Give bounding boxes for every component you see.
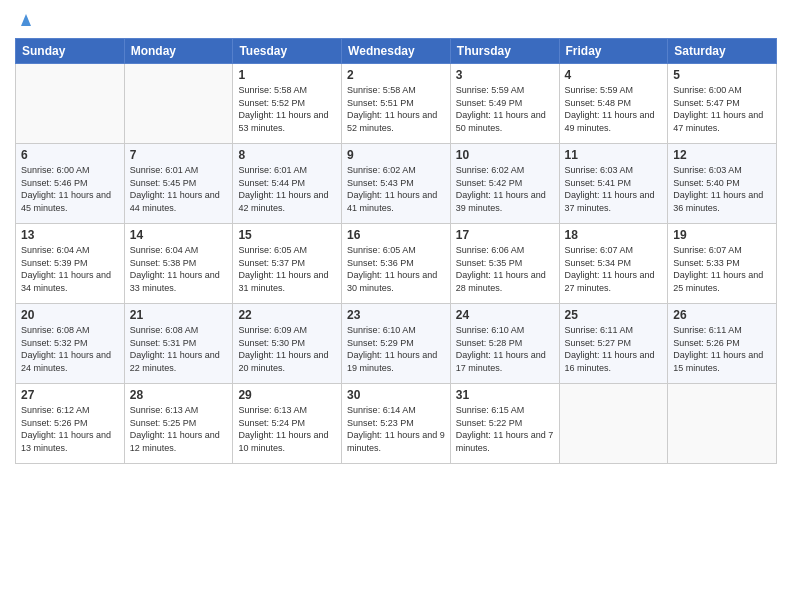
svg-marker-0 bbox=[21, 14, 31, 26]
calendar-cell: 12Sunrise: 6:03 AM Sunset: 5:40 PM Dayli… bbox=[668, 144, 777, 224]
day-info: Sunrise: 6:13 AM Sunset: 5:25 PM Dayligh… bbox=[130, 404, 228, 454]
day-number: 4 bbox=[565, 68, 663, 82]
day-info: Sunrise: 5:58 AM Sunset: 5:52 PM Dayligh… bbox=[238, 84, 336, 134]
day-info: Sunrise: 6:01 AM Sunset: 5:44 PM Dayligh… bbox=[238, 164, 336, 214]
logo-icon bbox=[17, 10, 35, 28]
calendar-cell: 21Sunrise: 6:08 AM Sunset: 5:31 PM Dayli… bbox=[124, 304, 233, 384]
day-number: 15 bbox=[238, 228, 336, 242]
day-info: Sunrise: 5:59 AM Sunset: 5:49 PM Dayligh… bbox=[456, 84, 554, 134]
day-number: 16 bbox=[347, 228, 445, 242]
day-number: 10 bbox=[456, 148, 554, 162]
day-info: Sunrise: 6:07 AM Sunset: 5:33 PM Dayligh… bbox=[673, 244, 771, 294]
day-number: 21 bbox=[130, 308, 228, 322]
calendar-cell: 14Sunrise: 6:04 AM Sunset: 5:38 PM Dayli… bbox=[124, 224, 233, 304]
calendar-cell: 31Sunrise: 6:15 AM Sunset: 5:22 PM Dayli… bbox=[450, 384, 559, 464]
day-number: 14 bbox=[130, 228, 228, 242]
day-info: Sunrise: 6:02 AM Sunset: 5:43 PM Dayligh… bbox=[347, 164, 445, 214]
calendar-cell: 30Sunrise: 6:14 AM Sunset: 5:23 PM Dayli… bbox=[342, 384, 451, 464]
day-info: Sunrise: 6:00 AM Sunset: 5:46 PM Dayligh… bbox=[21, 164, 119, 214]
day-info: Sunrise: 6:04 AM Sunset: 5:38 PM Dayligh… bbox=[130, 244, 228, 294]
calendar-cell: 19Sunrise: 6:07 AM Sunset: 5:33 PM Dayli… bbox=[668, 224, 777, 304]
calendar-header-row: SundayMondayTuesdayWednesdayThursdayFrid… bbox=[16, 39, 777, 64]
calendar-week-3: 13Sunrise: 6:04 AM Sunset: 5:39 PM Dayli… bbox=[16, 224, 777, 304]
calendar-cell: 2Sunrise: 5:58 AM Sunset: 5:51 PM Daylig… bbox=[342, 64, 451, 144]
day-info: Sunrise: 6:04 AM Sunset: 5:39 PM Dayligh… bbox=[21, 244, 119, 294]
calendar-cell: 9Sunrise: 6:02 AM Sunset: 5:43 PM Daylig… bbox=[342, 144, 451, 224]
day-info: Sunrise: 6:03 AM Sunset: 5:41 PM Dayligh… bbox=[565, 164, 663, 214]
day-number: 23 bbox=[347, 308, 445, 322]
day-info: Sunrise: 6:03 AM Sunset: 5:40 PM Dayligh… bbox=[673, 164, 771, 214]
day-info: Sunrise: 6:06 AM Sunset: 5:35 PM Dayligh… bbox=[456, 244, 554, 294]
calendar-cell: 8Sunrise: 6:01 AM Sunset: 5:44 PM Daylig… bbox=[233, 144, 342, 224]
calendar-header-thursday: Thursday bbox=[450, 39, 559, 64]
day-number: 28 bbox=[130, 388, 228, 402]
calendar-cell: 13Sunrise: 6:04 AM Sunset: 5:39 PM Dayli… bbox=[16, 224, 125, 304]
calendar-cell: 20Sunrise: 6:08 AM Sunset: 5:32 PM Dayli… bbox=[16, 304, 125, 384]
calendar-week-1: 1Sunrise: 5:58 AM Sunset: 5:52 PM Daylig… bbox=[16, 64, 777, 144]
calendar-cell: 11Sunrise: 6:03 AM Sunset: 5:41 PM Dayli… bbox=[559, 144, 668, 224]
day-info: Sunrise: 6:10 AM Sunset: 5:28 PM Dayligh… bbox=[456, 324, 554, 374]
day-info: Sunrise: 5:58 AM Sunset: 5:51 PM Dayligh… bbox=[347, 84, 445, 134]
day-number: 13 bbox=[21, 228, 119, 242]
day-number: 19 bbox=[673, 228, 771, 242]
page-container: SundayMondayTuesdayWednesdayThursdayFrid… bbox=[0, 0, 792, 469]
day-info: Sunrise: 6:00 AM Sunset: 5:47 PM Dayligh… bbox=[673, 84, 771, 134]
day-info: Sunrise: 6:02 AM Sunset: 5:42 PM Dayligh… bbox=[456, 164, 554, 214]
header bbox=[15, 10, 777, 32]
day-number: 18 bbox=[565, 228, 663, 242]
day-info: Sunrise: 6:14 AM Sunset: 5:23 PM Dayligh… bbox=[347, 404, 445, 454]
day-number: 7 bbox=[130, 148, 228, 162]
day-number: 27 bbox=[21, 388, 119, 402]
calendar-cell: 24Sunrise: 6:10 AM Sunset: 5:28 PM Dayli… bbox=[450, 304, 559, 384]
calendar-cell: 10Sunrise: 6:02 AM Sunset: 5:42 PM Dayli… bbox=[450, 144, 559, 224]
day-number: 25 bbox=[565, 308, 663, 322]
day-number: 1 bbox=[238, 68, 336, 82]
calendar-cell: 27Sunrise: 6:12 AM Sunset: 5:26 PM Dayli… bbox=[16, 384, 125, 464]
calendar-cell: 1Sunrise: 5:58 AM Sunset: 5:52 PM Daylig… bbox=[233, 64, 342, 144]
calendar-cell bbox=[16, 64, 125, 144]
day-info: Sunrise: 6:05 AM Sunset: 5:36 PM Dayligh… bbox=[347, 244, 445, 294]
day-info: Sunrise: 6:15 AM Sunset: 5:22 PM Dayligh… bbox=[456, 404, 554, 454]
day-number: 22 bbox=[238, 308, 336, 322]
calendar-cell: 29Sunrise: 6:13 AM Sunset: 5:24 PM Dayli… bbox=[233, 384, 342, 464]
day-number: 3 bbox=[456, 68, 554, 82]
calendar-cell: 18Sunrise: 6:07 AM Sunset: 5:34 PM Dayli… bbox=[559, 224, 668, 304]
calendar-cell: 15Sunrise: 6:05 AM Sunset: 5:37 PM Dayli… bbox=[233, 224, 342, 304]
calendar-cell bbox=[124, 64, 233, 144]
calendar-header-saturday: Saturday bbox=[668, 39, 777, 64]
day-number: 17 bbox=[456, 228, 554, 242]
day-number: 9 bbox=[347, 148, 445, 162]
calendar-cell: 28Sunrise: 6:13 AM Sunset: 5:25 PM Dayli… bbox=[124, 384, 233, 464]
day-info: Sunrise: 6:09 AM Sunset: 5:30 PM Dayligh… bbox=[238, 324, 336, 374]
day-info: Sunrise: 6:11 AM Sunset: 5:26 PM Dayligh… bbox=[673, 324, 771, 374]
day-number: 6 bbox=[21, 148, 119, 162]
day-number: 26 bbox=[673, 308, 771, 322]
calendar-cell: 23Sunrise: 6:10 AM Sunset: 5:29 PM Dayli… bbox=[342, 304, 451, 384]
day-info: Sunrise: 6:01 AM Sunset: 5:45 PM Dayligh… bbox=[130, 164, 228, 214]
day-number: 31 bbox=[456, 388, 554, 402]
day-info: Sunrise: 6:12 AM Sunset: 5:26 PM Dayligh… bbox=[21, 404, 119, 454]
day-info: Sunrise: 6:11 AM Sunset: 5:27 PM Dayligh… bbox=[565, 324, 663, 374]
day-number: 24 bbox=[456, 308, 554, 322]
calendar-cell: 16Sunrise: 6:05 AM Sunset: 5:36 PM Dayli… bbox=[342, 224, 451, 304]
calendar-cell: 26Sunrise: 6:11 AM Sunset: 5:26 PM Dayli… bbox=[668, 304, 777, 384]
day-number: 5 bbox=[673, 68, 771, 82]
day-number: 2 bbox=[347, 68, 445, 82]
logo bbox=[15, 10, 35, 32]
day-number: 11 bbox=[565, 148, 663, 162]
calendar-cell: 4Sunrise: 5:59 AM Sunset: 5:48 PM Daylig… bbox=[559, 64, 668, 144]
calendar-header-wednesday: Wednesday bbox=[342, 39, 451, 64]
calendar-cell bbox=[668, 384, 777, 464]
calendar-cell: 6Sunrise: 6:00 AM Sunset: 5:46 PM Daylig… bbox=[16, 144, 125, 224]
calendar-cell: 25Sunrise: 6:11 AM Sunset: 5:27 PM Dayli… bbox=[559, 304, 668, 384]
calendar-cell: 22Sunrise: 6:09 AM Sunset: 5:30 PM Dayli… bbox=[233, 304, 342, 384]
day-info: Sunrise: 6:10 AM Sunset: 5:29 PM Dayligh… bbox=[347, 324, 445, 374]
day-info: Sunrise: 5:59 AM Sunset: 5:48 PM Dayligh… bbox=[565, 84, 663, 134]
day-info: Sunrise: 6:07 AM Sunset: 5:34 PM Dayligh… bbox=[565, 244, 663, 294]
calendar-table: SundayMondayTuesdayWednesdayThursdayFrid… bbox=[15, 38, 777, 464]
day-info: Sunrise: 6:05 AM Sunset: 5:37 PM Dayligh… bbox=[238, 244, 336, 294]
day-info: Sunrise: 6:08 AM Sunset: 5:32 PM Dayligh… bbox=[21, 324, 119, 374]
day-info: Sunrise: 6:13 AM Sunset: 5:24 PM Dayligh… bbox=[238, 404, 336, 454]
calendar-week-4: 20Sunrise: 6:08 AM Sunset: 5:32 PM Dayli… bbox=[16, 304, 777, 384]
calendar-week-2: 6Sunrise: 6:00 AM Sunset: 5:46 PM Daylig… bbox=[16, 144, 777, 224]
